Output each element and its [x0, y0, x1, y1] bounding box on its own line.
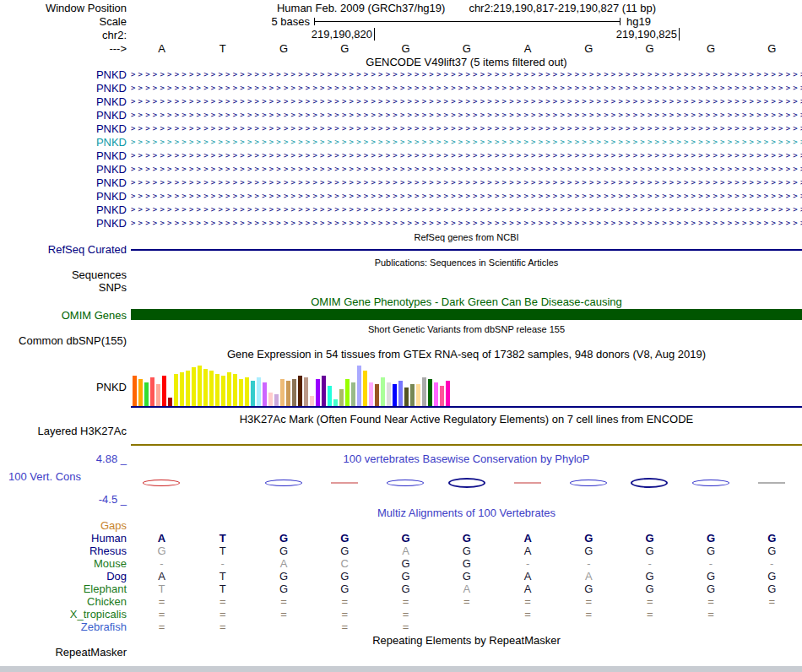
gencode-transcript-strand-arrows[interactable]: >>>>>>>>>>>>>>>>>>>>>>>>>>>>>>>>>>>>>>>>…: [131, 203, 802, 216]
gencode-transcript-label[interactable]: PNKD: [0, 176, 127, 189]
conservation-track-title[interactable]: 100 vertebrates Basewise Conservation by…: [131, 453, 802, 465]
alignment-base: G: [741, 570, 802, 583]
alignment-species-label[interactable]: X_tropicalis: [0, 608, 127, 621]
gencode-transcript-label[interactable]: PNKD: [0, 203, 127, 216]
omim-genes-label[interactable]: OMIM Genes: [0, 309, 127, 322]
gtex-expression-bar: [168, 398, 172, 406]
alignment-base: =: [375, 595, 436, 608]
gencode-transcript-label[interactable]: PNKD: [0, 82, 127, 95]
gencode-transcript-strand-arrows[interactable]: >>>>>>>>>>>>>>>>>>>>>>>>>>>>>>>>>>>>>>>>…: [131, 82, 802, 95]
alignment-base: =: [253, 595, 315, 608]
h3k27ac-track-title[interactable]: H3K27Ac Mark (Often Found Near Active Re…: [131, 413, 802, 425]
gtex-expression-bar: [162, 376, 166, 406]
alignment-species-label[interactable]: Rhesus: [0, 545, 127, 557]
gtex-track-baseline: [131, 406, 802, 408]
alignment-base: -: [131, 557, 192, 570]
gencode-transcript-strand-arrows[interactable]: >>>>>>>>>>>>>>>>>>>>>>>>>>>>>>>>>>>>>>>>…: [131, 95, 802, 108]
gencode-transcript-label[interactable]: PNKD: [0, 190, 127, 203]
alignment-species-label[interactable]: Elephant: [0, 583, 127, 595]
alignment-base: A: [131, 570, 192, 583]
gencode-transcript-label[interactable]: PNKD: [0, 109, 127, 122]
conservation-min-label: -4.5 _: [0, 493, 127, 506]
gtex-expression-bar: [186, 371, 190, 406]
gencode-transcript-strand-arrows[interactable]: >>>>>>>>>>>>>>>>>>>>>>>>>>>>>>>>>>>>>>>>…: [131, 176, 802, 189]
alignment-base: A: [497, 545, 559, 557]
gencode-transcript-label[interactable]: PNKD: [0, 149, 127, 162]
alignment-base: A: [558, 570, 620, 583]
alignment-base: =: [497, 595, 559, 608]
gtex-expression-bar: [280, 379, 284, 406]
gencode-transcript-strand-arrows[interactable]: >>>>>>>>>>>>>>>>>>>>>>>>>>>>>>>>>>>>>>>>…: [131, 122, 802, 135]
gencode-transcript-label[interactable]: PNKD: [0, 122, 127, 135]
alignment-base: A: [497, 570, 559, 583]
base-letter: T: [192, 42, 253, 55]
publications-track-title[interactable]: Publications: Sequences in Scientific Ar…: [131, 257, 802, 269]
gencode-transcript-label[interactable]: PNKD: [0, 95, 127, 108]
gencode-transcript-strand-arrows[interactable]: >>>>>>>>>>>>>>>>>>>>>>>>>>>>>>>>>>>>>>>>…: [131, 149, 802, 162]
alignment-base: G: [619, 532, 680, 545]
gencode-transcript-strand-arrows[interactable]: >>>>>>>>>>>>>>>>>>>>>>>>>>>>>>>>>>>>>>>>…: [131, 136, 802, 149]
gtex-expression-bar: [375, 384, 379, 406]
gtex-expression-bar: [233, 374, 237, 406]
alignment-base: G: [314, 532, 376, 545]
alignment-species-label[interactable]: Mouse: [0, 557, 127, 570]
gtex-expression-bar: [263, 382, 267, 406]
omim-track-title[interactable]: OMIM Gene Phenotypes - Dark Green Can Be…: [131, 295, 802, 308]
gtex-expression-bar: [274, 394, 279, 406]
common-dbsnp-label[interactable]: Common dbSNP(155): [0, 334, 127, 347]
gtex-expression-bar: [345, 379, 350, 406]
gtex-gene-label[interactable]: PNKD: [0, 381, 127, 393]
gencode-transcript-strand-arrows[interactable]: >>>>>>>>>>>>>>>>>>>>>>>>>>>>>>>>>>>>>>>>…: [131, 217, 802, 230]
alignment-species-label[interactable]: Human: [0, 532, 127, 545]
repeatmasker-track-title[interactable]: Repeating Elements by RepeatMasker: [131, 634, 802, 647]
conservation-mark: [758, 482, 785, 484]
sequences-label[interactable]: Sequences: [0, 268, 127, 281]
conservation-mark: [448, 478, 485, 488]
base-letter: G: [253, 42, 315, 55]
strand-direction-label: --->: [0, 42, 127, 55]
alignment-species-label[interactable]: Dog: [0, 570, 127, 583]
repeatmasker-label[interactable]: RepeatMasker: [0, 646, 127, 658]
base-letter: A: [131, 42, 192, 55]
alignment-base: =: [192, 621, 253, 633]
gencode-transcript-strand-arrows[interactable]: >>>>>>>>>>>>>>>>>>>>>>>>>>>>>>>>>>>>>>>>…: [131, 190, 802, 203]
gtex-expression-bar: [351, 382, 355, 406]
alignment-base: -: [497, 557, 559, 570]
alignment-base: =: [680, 595, 741, 608]
gencode-transcript-label[interactable]: PNKD: [0, 163, 127, 176]
alignment-base: -: [741, 557, 802, 570]
base-letter: G: [436, 42, 497, 55]
alignment-species-label[interactable]: Zebrafish: [0, 621, 127, 633]
snps-label[interactable]: SNPs: [0, 281, 127, 294]
chrom-label: chr2:: [0, 29, 127, 41]
position-range: chr2:219,190,817-219,190,827 (11 bp): [469, 2, 656, 14]
gencode-transcript-strand-arrows[interactable]: >>>>>>>>>>>>>>>>>>>>>>>>>>>>>>>>>>>>>>>>…: [131, 163, 802, 176]
refseq-curated-label[interactable]: RefSeq Curated: [0, 243, 127, 256]
refseq-track-title[interactable]: RefSeq genes from NCBI: [131, 231, 802, 244]
gencode-track-title[interactable]: GENCODE V49lift37 (5 items filtered out): [131, 56, 802, 68]
alignment-base: =: [192, 595, 253, 608]
dbsnp-track-title[interactable]: Short Genetic Variants from dbSNP releas…: [131, 323, 802, 336]
multiz-track-title[interactable]: Multiz Alignments of 100 Vertebrates: [131, 507, 802, 519]
alignment-base: G: [375, 583, 436, 595]
gtex-expression-bar: [440, 386, 444, 406]
omim-genes-track-bar[interactable]: [131, 309, 802, 320]
gtex-track-title[interactable]: Gene Expression in 54 tissues from GTEx …: [131, 348, 802, 360]
gencode-transcript-label[interactable]: PNKD: [0, 68, 127, 81]
gencode-transcript-label[interactable]: PNKD: [0, 217, 127, 230]
gencode-transcript-strand-arrows[interactable]: >>>>>>>>>>>>>>>>>>>>>>>>>>>>>>>>>>>>>>>>…: [131, 68, 802, 81]
gtex-expression-bar: [257, 377, 261, 406]
alignment-base: G: [131, 545, 192, 557]
alignment-species-label[interactable]: Chicken: [0, 595, 127, 608]
coordinate-tick-label: 219,190,820: [239, 28, 375, 41]
gtex-expression-bar: [381, 377, 385, 406]
alignment-base: G: [680, 545, 741, 557]
refseq-curated-track-line[interactable]: [131, 249, 802, 251]
gencode-transcript-strand-arrows[interactable]: >>>>>>>>>>>>>>>>>>>>>>>>>>>>>>>>>>>>>>>>…: [131, 109, 802, 122]
gtex-expression-bar: [304, 377, 308, 406]
gencode-transcript-label[interactable]: PNKD: [0, 136, 127, 149]
gaps-label[interactable]: Gaps: [0, 519, 127, 532]
conservation-track-label[interactable]: 100 Vert. Cons: [8, 470, 81, 483]
layered-h3k27ac-label[interactable]: Layered H3K27Ac: [0, 425, 127, 437]
alignment-base: A: [131, 532, 192, 545]
